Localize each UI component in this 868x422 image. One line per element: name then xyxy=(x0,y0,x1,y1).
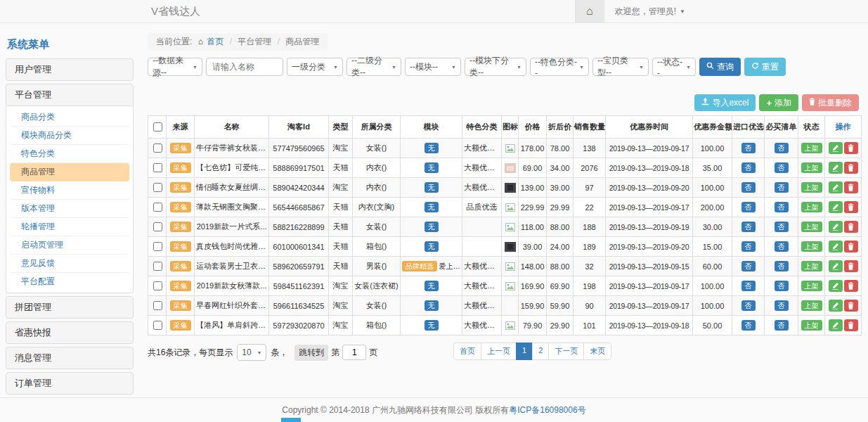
search-button[interactable]: 查询 xyxy=(699,58,741,76)
filter-module-select[interactable]: --模块--▼ xyxy=(405,58,461,76)
pager-next[interactable]: 下一页 xyxy=(548,343,584,360)
breadcrumb-home-link[interactable]: 首页 xyxy=(207,37,224,46)
pager-page-1[interactable]: 1 xyxy=(516,343,533,360)
reset-button[interactable]: 重置 xyxy=(744,58,786,76)
add-button[interactable]: + 添加 xyxy=(759,94,798,111)
sidebar-item-goods-mgmt[interactable]: 商品管理 xyxy=(10,163,129,181)
sidebar-item-feature-category[interactable]: 特色分类 xyxy=(10,145,129,163)
edit-button[interactable] xyxy=(829,221,843,233)
status-badge[interactable]: 上架 xyxy=(801,222,822,233)
status-badge[interactable]: 上架 xyxy=(801,320,822,331)
import-select-badge[interactable]: 否 xyxy=(741,281,756,292)
status-badge[interactable]: 上架 xyxy=(801,143,822,154)
must-buy-badge[interactable]: 否 xyxy=(775,261,789,272)
import-select-badge[interactable]: 否 xyxy=(741,261,756,272)
edit-button[interactable] xyxy=(829,142,843,154)
sidebar-item-splash-mgmt[interactable]: 启动页管理 xyxy=(10,236,129,255)
sidebar-item-promo-materials[interactable]: 宣传物料 xyxy=(10,181,129,200)
import-select-badge[interactable]: 否 xyxy=(741,182,756,193)
per-page-select[interactable]: 10▼ xyxy=(237,344,266,361)
import-select-badge[interactable]: 否 xyxy=(741,300,756,312)
row-checkbox[interactable] xyxy=(153,203,162,212)
delete-button[interactable] xyxy=(844,241,858,252)
filter-status-select[interactable]: --状态--▼ xyxy=(652,58,696,76)
status-badge[interactable]: 上架 xyxy=(801,281,822,292)
import-select-badge[interactable]: 否 xyxy=(741,162,756,174)
sidebar-group-message-mgmt[interactable]: 消息管理 xyxy=(6,347,134,369)
status-badge[interactable]: 上架 xyxy=(801,182,822,193)
sidebar-group-platform-mgmt[interactable]: 平台管理 xyxy=(6,84,134,106)
batch-delete-button[interactable]: 批量删除 xyxy=(802,94,859,111)
must-buy-badge[interactable]: 否 xyxy=(775,241,789,252)
delete-button[interactable] xyxy=(844,181,858,193)
filter-feature-select[interactable]: --特色分类--▼ xyxy=(530,58,589,76)
sidebar-item-carousel-mgmt[interactable]: 轮播管理 xyxy=(10,218,129,236)
select-all-checkbox[interactable] xyxy=(153,122,162,132)
row-checkbox[interactable] xyxy=(153,222,162,231)
row-checkbox[interactable] xyxy=(153,242,162,251)
must-buy-badge[interactable]: 否 xyxy=(775,202,789,213)
import-select-badge[interactable]: 否 xyxy=(741,202,756,213)
sidebar-group-groupbuy-mgmt[interactable]: 拼团管理 xyxy=(6,296,134,319)
sidebar-item-goods-category[interactable]: 商品分类 xyxy=(10,108,129,127)
must-buy-badge[interactable]: 否 xyxy=(775,320,789,331)
header-home-button[interactable]: ⌂ xyxy=(575,0,604,23)
pager-first[interactable]: 首页 xyxy=(453,343,481,360)
sidebar-item-version-mgmt[interactable]: 版本管理 xyxy=(10,200,129,218)
status-badge[interactable]: 上架 xyxy=(801,241,822,252)
row-checkbox[interactable] xyxy=(153,143,162,153)
edit-button[interactable] xyxy=(829,241,843,252)
delete-button[interactable] xyxy=(844,142,858,154)
filter-data-source-select[interactable]: --数据来源--▼ xyxy=(148,58,202,76)
status-badge[interactable]: 上架 xyxy=(801,202,822,213)
status-badge[interactable]: 上架 xyxy=(801,162,822,174)
edit-button[interactable] xyxy=(829,260,843,272)
delete-button[interactable] xyxy=(844,300,858,312)
edit-button[interactable] xyxy=(829,319,843,331)
must-buy-badge[interactable]: 否 xyxy=(775,222,789,233)
edit-button[interactable] xyxy=(829,201,843,213)
sidebar-item-module-goods-category[interactable]: 模块商品分类 xyxy=(10,127,129,145)
sidebar-item-platform-config[interactable]: 平台配置 xyxy=(10,273,129,290)
pager-prev[interactable]: 上一页 xyxy=(481,343,517,360)
delete-button[interactable] xyxy=(844,260,858,272)
delete-button[interactable] xyxy=(844,162,858,174)
import-excel-button[interactable]: 导入excel xyxy=(694,94,756,111)
status-badge[interactable]: 上架 xyxy=(801,300,822,312)
must-buy-badge[interactable]: 否 xyxy=(775,162,789,174)
row-checkbox[interactable] xyxy=(153,262,162,271)
must-buy-badge[interactable]: 否 xyxy=(775,281,789,292)
import-select-badge[interactable]: 否 xyxy=(741,241,756,252)
import-select-badge[interactable]: 否 xyxy=(741,143,756,154)
row-checkbox[interactable] xyxy=(153,183,162,192)
import-select-badge[interactable]: 否 xyxy=(741,222,756,233)
delete-button[interactable] xyxy=(844,280,858,292)
must-buy-badge[interactable]: 否 xyxy=(775,300,789,312)
row-checkbox[interactable] xyxy=(153,301,162,310)
row-checkbox[interactable] xyxy=(153,321,162,330)
delete-button[interactable] xyxy=(844,221,858,233)
status-badge[interactable]: 上架 xyxy=(801,261,822,272)
filter-item-type-select[interactable]: --宝贝类型--▼ xyxy=(592,58,649,76)
edit-button[interactable] xyxy=(829,181,843,193)
filter-submodule-select[interactable]: --模块下分类--▼ xyxy=(465,58,526,76)
filter-name-input[interactable] xyxy=(206,58,283,76)
row-checkbox[interactable] xyxy=(153,163,162,172)
must-buy-badge[interactable]: 否 xyxy=(775,182,789,193)
sidebar-group-order-mgmt[interactable]: 订单管理 xyxy=(6,372,134,395)
sidebar-group-user-mgmt[interactable]: 用户管理 xyxy=(6,58,134,81)
icp-link[interactable]: 粤ICP备16098006号 xyxy=(509,404,585,416)
row-checkbox[interactable] xyxy=(153,281,162,290)
delete-button[interactable] xyxy=(844,319,858,331)
edit-button[interactable] xyxy=(829,280,843,292)
edit-button[interactable] xyxy=(829,162,843,174)
sidebar-item-feedback[interactable]: 意见反馈 xyxy=(10,255,129,273)
pager-last[interactable]: 末页 xyxy=(583,343,611,360)
edit-button[interactable] xyxy=(829,300,843,312)
filter-category2-select[interactable]: --二级分类--▼ xyxy=(346,58,401,76)
must-buy-badge[interactable]: 否 xyxy=(775,143,789,154)
filter-category1-select[interactable]: 一级分类▼ xyxy=(287,58,343,76)
import-select-badge[interactable]: 否 xyxy=(741,320,756,331)
jump-page-input[interactable] xyxy=(342,345,366,360)
delete-button[interactable] xyxy=(844,201,858,213)
